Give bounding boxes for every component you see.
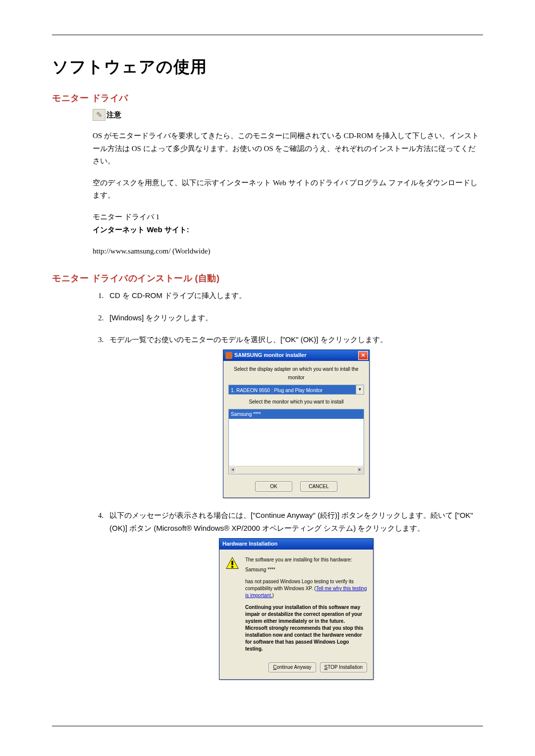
website-label: インターネット Web サイト: (93, 223, 483, 236)
hw-body: The software you are installing for this… (219, 550, 373, 679)
scroll-right-icon[interactable]: ► (356, 466, 364, 474)
document-page: ソフトウェアの使用 モニター ドライバ ✎ 注意 OS がモニタードライバを要求… (0, 0, 535, 756)
note-icon: ✎ (93, 109, 106, 121)
scroll-left-icon[interactable]: ◄ (229, 466, 236, 474)
svg-rect-2 (231, 566, 233, 568)
hw-message: The software you are installing for this… (245, 556, 367, 653)
installer-dialog: SAMSUNG monitor installer ✕ Select the d… (223, 350, 370, 498)
hw-device-name: Samsung **** (245, 566, 367, 573)
step-3: モデル一覧でお使いのモニターのモデルを選択し、["OK" (OK)] をクリック… (106, 333, 483, 498)
hw-msg-compat: has not passed Windows Logo testing to v… (245, 578, 367, 599)
installer-label-monitor: Select the monitor which you want to ins… (228, 398, 364, 406)
installer-titlebar: SAMSUNG monitor installer ✕ (223, 350, 369, 361)
installer-label-adapter: Select the display adapter on which you … (228, 365, 364, 382)
app-icon (225, 352, 232, 359)
note-label: 注意 (107, 110, 121, 120)
step-1: CD を CD-ROM ドライブに挿入します。 (106, 289, 483, 302)
step-4: 以下のメッセージが表示される場合には、["Continue Anyway" (続… (106, 509, 483, 680)
paragraph-2: 空のディスクを用意して、以下に示すインターネット Web サイトのドライバ プロ… (93, 177, 483, 202)
page-title: ソフトウェアの使用 (52, 56, 483, 78)
hw-msg-bold: Continuing your installation of this sof… (245, 604, 367, 653)
hw-msg-line1: The software you are installing for this… (245, 556, 367, 563)
screenshot-installer-wrap: SAMSUNG monitor installer ✕ Select the d… (109, 350, 483, 498)
website-url: http://www.samsung.com/ (Worldwide) (93, 245, 483, 258)
ok-button[interactable]: OK (255, 481, 292, 492)
hw-titlebar: Hardware Installation (219, 539, 373, 550)
adapter-combo[interactable]: 1. RADEON 9550 : Plug and Play Monitor ▼ (228, 385, 364, 395)
install-steps: CD を CD-ROM ドライブに挿入します。 [Windows] をクリックし… (93, 289, 483, 680)
hw-title: Hardware Installation (222, 539, 277, 549)
paragraph-1: OS がモニタードライバを要求してきたら、このモニターに同梱されている CD-R… (93, 130, 483, 168)
bottom-rule (52, 726, 483, 726)
step-2: [Windows] をクリックします。 (106, 311, 483, 325)
screenshot-hardware-wrap: Hardware Installation (109, 538, 483, 680)
top-rule (52, 35, 483, 35)
monitor-listbox[interactable]: Samsung **** ◄ ► (228, 409, 364, 474)
stop-installation-button[interactable]: STOP Installation (320, 662, 367, 672)
adapter-combo-selected: 1. RADEON 9550 : Plug and Play Monitor (229, 385, 356, 394)
monitor-list-item[interactable]: Samsung **** (229, 409, 364, 419)
installer-body: Select the display adapter on which you … (223, 361, 369, 498)
warning-icon (225, 556, 239, 570)
cancel-button[interactable]: CANCEL (300, 481, 337, 492)
continue-anyway-button[interactable]: Continue Anyway (268, 662, 316, 672)
installer-title: SAMSUNG monitor installer (234, 351, 306, 360)
driver-label-line: モニター ドライバ 1 (93, 211, 483, 224)
section-heading-install: モニター ドライバのインストール (自動) (52, 272, 483, 284)
note-row: ✎ 注意 (93, 109, 483, 121)
close-button[interactable]: ✕ (358, 351, 368, 360)
section-heading-driver: モニター ドライバ (52, 92, 483, 104)
svg-rect-1 (231, 560, 233, 565)
chevron-down-icon[interactable]: ▼ (356, 385, 364, 394)
horizontal-scrollbar[interactable]: ◄ ► (229, 466, 364, 474)
hardware-installation-dialog: Hardware Installation (219, 538, 374, 680)
